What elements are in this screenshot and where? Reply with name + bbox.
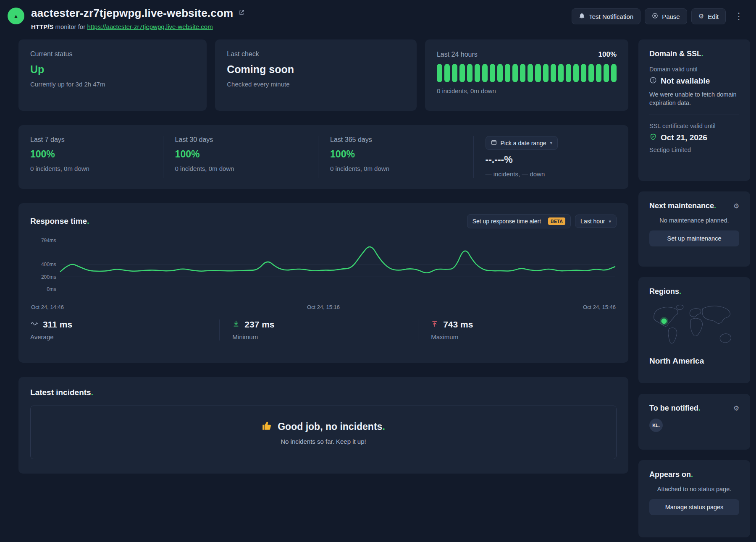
uptime-bar[interactable] <box>467 64 472 82</box>
date-range-label: Pick a date range <box>501 140 546 147</box>
uptime-bar[interactable] <box>551 64 556 82</box>
uptime-bar[interactable] <box>573 64 579 82</box>
uptime-bar[interactable] <box>543 64 549 82</box>
uptime-bars[interactable] <box>437 64 617 82</box>
test-notification-button[interactable]: Test Notification <box>572 8 640 24</box>
external-link-icon[interactable] <box>238 9 245 18</box>
pause-label: Pause <box>662 13 680 20</box>
uptime-periods-card: Last 7 days 100% 0 incidents, 0m down La… <box>18 125 628 189</box>
uptime-bar[interactable] <box>520 64 525 82</box>
setup-maintenance-button[interactable]: Set up maintenance <box>649 230 739 246</box>
period-365d-percent: 100% <box>330 149 461 160</box>
maintenance-text: No maintenance planned. <box>649 217 739 224</box>
notify-gear-icon[interactable]: ⚙ <box>733 404 739 412</box>
average-icon <box>30 319 38 330</box>
no-incidents-subtext: No incidents so far. Keep it up! <box>281 438 366 445</box>
monitor-header: ▲ aactester-zr7tjepwpg.live-website.com … <box>0 0 756 38</box>
uptime-bar[interactable] <box>459 64 465 82</box>
uptime-bar[interactable] <box>581 64 586 82</box>
uptime-bar[interactable] <box>535 64 541 82</box>
uptime-bar[interactable] <box>475 64 480 82</box>
domain-valid-label: Domain valid until <box>649 66 739 73</box>
period-30d-detail: 0 incidents, 0m down <box>175 165 306 172</box>
shield-check-icon <box>649 133 657 142</box>
uptime-bar[interactable] <box>604 64 609 82</box>
svg-text:200ms: 200ms <box>41 274 56 280</box>
kebab-menu-icon[interactable]: ⋮ <box>730 9 748 24</box>
uptime-bar[interactable] <box>497 64 503 82</box>
pause-button[interactable]: Pause <box>645 8 687 24</box>
period-30d-percent: 100% <box>175 149 306 160</box>
response-alert-button[interactable]: Set up response time alert BETA <box>467 214 571 228</box>
warning-circle-icon <box>649 76 657 86</box>
bell-icon <box>579 13 585 20</box>
appears-on-card: Appears on. Attached to no status page. … <box>638 460 750 537</box>
monitor-subtitle: HTTP/S monitor for https://aactester-zr7… <box>31 23 245 30</box>
monitor-url-link[interactable]: https://aactester-zr7tjepwpg.live-websit… <box>87 23 213 30</box>
maintenance-gear-icon[interactable]: ⚙ <box>733 202 739 210</box>
uptime-bar[interactable] <box>512 64 518 82</box>
period-7d-detail: 0 incidents, 0m down <box>30 165 151 172</box>
region-marker-north-america <box>662 319 667 324</box>
to-be-notified-card: To be notified. ⚙ KL. <box>638 394 750 450</box>
uptime-bar[interactable] <box>611 64 617 82</box>
uptime-bar[interactable] <box>490 64 495 82</box>
current-status-value: Up <box>30 63 195 76</box>
monitor-subtitle-text: monitor for <box>53 23 87 30</box>
uptime-bar[interactable] <box>566 64 571 82</box>
last-24h-label: Last 24 hours <box>437 51 478 58</box>
appears-on-text: Attached to no status page. <box>649 486 739 492</box>
uptime-bar[interactable] <box>596 64 601 82</box>
region-name: North America <box>649 356 739 366</box>
notified-person-avatar[interactable]: KL. <box>649 419 663 432</box>
last-check-label: Last check <box>227 50 405 58</box>
beta-badge: BETA <box>548 217 565 225</box>
date-range-picker[interactable]: Pick a date range ▾ <box>486 136 558 150</box>
current-status-label: Current status <box>30 50 195 58</box>
uptime-bar[interactable] <box>505 64 510 82</box>
maximum-icon <box>431 319 438 330</box>
gear-icon: ⚙ <box>698 13 704 20</box>
ssl-valid-label: SSL certificate valid until <box>649 123 739 129</box>
world-map <box>650 302 739 351</box>
last-check-card: Last check Coming soon Checked every min… <box>215 39 417 111</box>
response-time-title: Response time. <box>30 217 89 226</box>
regions-card: Regions. North America <box>638 277 750 383</box>
last-check-value: Coming soon <box>227 63 405 76</box>
average-label: Average <box>30 333 219 340</box>
period-7d-label: Last 7 days <box>30 136 151 144</box>
date-range-detail: — incidents, — down <box>486 170 617 178</box>
edit-label: Edit <box>708 13 719 20</box>
uptime-bar[interactable] <box>482 64 488 82</box>
uptime-bar[interactable] <box>588 64 594 82</box>
response-time-card: Response time. Set up response time aler… <box>18 203 628 363</box>
uptime-bar[interactable] <box>558 64 564 82</box>
time-range-select[interactable]: Last hour ▾ <box>575 215 617 228</box>
uptime-bar[interactable] <box>437 64 442 82</box>
svg-text:0ms: 0ms <box>47 286 56 292</box>
uptime-bar[interactable] <box>444 64 450 82</box>
minimum-icon <box>232 319 240 330</box>
to-be-notified-title: To be notified. <box>649 404 701 413</box>
last-24h-card: Last 24 hours 100% 0 incidents, 0m down <box>425 39 628 111</box>
uptime-bar[interactable] <box>528 64 533 82</box>
appears-on-title: Appears on. <box>649 470 739 479</box>
last-24h-percent: 100% <box>598 50 617 59</box>
monitor-type: HTTP/S <box>31 23 53 30</box>
date-range-percent: --.---% <box>486 154 617 165</box>
last-check-detail: Checked every minute <box>227 81 405 88</box>
no-incidents-box: Good job, no incidents. No incidents so … <box>30 406 617 459</box>
period-365d-detail: 0 incidents, 0m down <box>330 165 461 172</box>
x-tick-end: Oct 24, 15:46 <box>583 304 616 310</box>
domain-note: We were unable to fetch domain expiratio… <box>649 91 739 107</box>
latest-incidents-card: Latest incidents. Good job, no incidents… <box>18 377 628 474</box>
time-range-label: Last hour <box>580 218 605 225</box>
manage-status-pages-button[interactable]: Manage status pages <box>649 499 739 515</box>
maximum-value: 743 ms <box>443 319 473 330</box>
x-tick-start: Oct 24, 14:46 <box>31 304 64 310</box>
chevron-down-icon: ▾ <box>609 219 611 224</box>
period-365d-label: Last 365 days <box>330 136 461 144</box>
regions-title: Regions. <box>649 287 739 296</box>
uptime-bar[interactable] <box>452 64 457 82</box>
edit-button[interactable]: ⚙ Edit <box>691 8 726 24</box>
